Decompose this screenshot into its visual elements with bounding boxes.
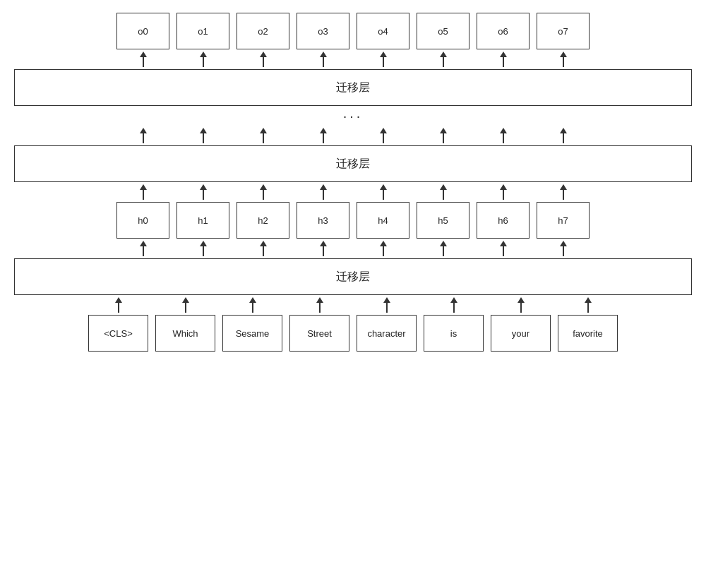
arrow-cell bbox=[537, 128, 590, 143]
output-token-7: o7 bbox=[537, 13, 590, 49]
arrow-cell bbox=[297, 128, 349, 143]
arrow-cell bbox=[237, 52, 289, 67]
output-token-3: o3 bbox=[297, 13, 349, 49]
arrow-up-icon bbox=[200, 128, 207, 143]
arrow-up-icon bbox=[200, 184, 207, 200]
output-token-row: o0 o1 o2 o3 o4 o5 o6 o7 bbox=[14, 13, 692, 49]
arrow-up-icon bbox=[450, 297, 457, 313]
output-token-0: o0 bbox=[116, 13, 169, 49]
input-token-which: Which bbox=[155, 315, 215, 352]
arrow-up-icon bbox=[560, 52, 567, 67]
arrow-up-icon bbox=[249, 297, 256, 313]
arrow-cell bbox=[237, 128, 289, 143]
arrow-cell bbox=[477, 241, 530, 256]
arrow-up-icon bbox=[320, 241, 327, 256]
arrow-cell bbox=[424, 297, 484, 313]
arrow-cell bbox=[176, 128, 229, 143]
arrow-up-icon bbox=[115, 297, 122, 313]
arrow-up-icon bbox=[560, 128, 567, 143]
arrow-up-icon bbox=[380, 184, 387, 200]
arrow-cell bbox=[176, 52, 229, 67]
arrows-mid-layer-to-top bbox=[14, 126, 692, 145]
arrow-cell bbox=[88, 297, 148, 313]
arrow-up-icon bbox=[140, 241, 147, 256]
arrow-cell bbox=[155, 297, 215, 313]
arrow-cell bbox=[417, 241, 469, 256]
hidden-token-row: h0 h1 h2 h3 h4 h5 h6 h7 bbox=[14, 202, 692, 239]
arrow-cell bbox=[357, 184, 409, 200]
arrow-up-icon bbox=[200, 52, 207, 67]
arrow-up-icon bbox=[440, 52, 447, 67]
input-token-sesame: Sesame bbox=[222, 315, 282, 352]
input-token-cls: <CLS> bbox=[88, 315, 148, 352]
arrow-cell bbox=[477, 128, 530, 143]
arrow-cell bbox=[417, 128, 469, 143]
arrow-cell bbox=[116, 184, 169, 200]
arrow-up-icon bbox=[440, 241, 447, 256]
arrow-cell bbox=[477, 52, 530, 67]
arrows-top-layer-to-output bbox=[14, 49, 692, 69]
arrow-up-icon bbox=[140, 52, 147, 67]
arrow-up-icon bbox=[560, 184, 567, 200]
hidden-token-3: h3 bbox=[297, 202, 349, 239]
arrow-up-icon bbox=[380, 128, 387, 143]
arrow-up-icon bbox=[500, 128, 507, 143]
hidden-token-5: h5 bbox=[417, 202, 469, 239]
arrow-cell bbox=[417, 52, 469, 67]
input-token-character: character bbox=[357, 315, 417, 352]
diagram-container: o0 o1 o2 o3 o4 o5 o6 o7 迁移层 ··· 迁移层 bbox=[0, 0, 706, 588]
arrow-cell bbox=[297, 241, 349, 256]
output-token-6: o6 bbox=[477, 13, 530, 49]
arrow-cell bbox=[357, 128, 409, 143]
arrow-up-icon bbox=[260, 241, 267, 256]
arrow-cell bbox=[558, 297, 618, 313]
arrow-up-icon bbox=[380, 52, 387, 67]
hidden-token-6: h6 bbox=[477, 202, 530, 239]
arrow-cell bbox=[297, 52, 349, 67]
arrow-cell bbox=[289, 297, 349, 313]
input-token-favorite: favorite bbox=[558, 315, 618, 352]
hidden-token-1: h1 bbox=[176, 202, 229, 239]
transfer-layer-top: 迁移层 bbox=[14, 69, 692, 106]
arrow-up-icon bbox=[440, 128, 447, 143]
output-token-4: o4 bbox=[357, 13, 409, 49]
output-token-5: o5 bbox=[417, 13, 469, 49]
arrow-cell bbox=[237, 241, 289, 256]
arrow-cell bbox=[116, 241, 169, 256]
arrow-up-icon bbox=[500, 52, 507, 67]
arrow-up-icon bbox=[140, 184, 147, 200]
arrow-up-icon bbox=[316, 297, 323, 313]
arrow-up-icon bbox=[500, 184, 507, 200]
arrow-cell bbox=[537, 52, 590, 67]
arrow-up-icon bbox=[500, 241, 507, 256]
input-token-street: Street bbox=[289, 315, 349, 352]
arrow-cell bbox=[477, 184, 530, 200]
arrow-up-icon bbox=[260, 52, 267, 67]
arrow-cell bbox=[176, 241, 229, 256]
input-token-row: <CLS> Which Sesame Street character is y… bbox=[14, 315, 692, 352]
arrow-up-icon bbox=[320, 52, 327, 67]
input-token-your: your bbox=[491, 315, 551, 352]
arrow-cell bbox=[222, 297, 282, 313]
hidden-token-7: h7 bbox=[537, 202, 590, 239]
arrow-up-icon bbox=[320, 128, 327, 143]
transfer-layer-bottom: 迁移层 bbox=[14, 258, 692, 295]
arrow-cell bbox=[176, 184, 229, 200]
arrow-cell bbox=[116, 128, 169, 143]
input-token-is: is bbox=[424, 315, 484, 352]
arrow-up-icon bbox=[182, 297, 189, 313]
arrow-cell bbox=[357, 241, 409, 256]
arrow-cell bbox=[537, 184, 590, 200]
arrow-up-icon bbox=[380, 241, 387, 256]
arrow-cell bbox=[237, 184, 289, 200]
arrow-up-icon bbox=[140, 128, 147, 143]
arrow-up-icon bbox=[440, 184, 447, 200]
arrow-up-icon bbox=[260, 184, 267, 200]
arrow-cell bbox=[417, 184, 469, 200]
hidden-token-2: h2 bbox=[237, 202, 289, 239]
hidden-token-0: h0 bbox=[116, 202, 169, 239]
arrow-cell bbox=[116, 52, 169, 67]
arrows-hidden-to-mid-layer bbox=[14, 182, 692, 202]
arrows-bottom-layer-to-hidden bbox=[14, 239, 692, 258]
hidden-token-4: h4 bbox=[357, 202, 409, 239]
